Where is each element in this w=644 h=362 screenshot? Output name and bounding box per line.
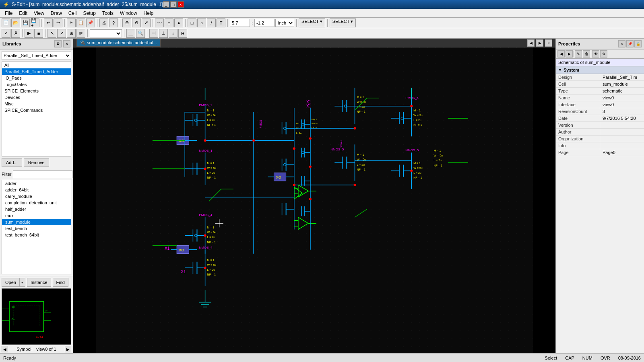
close-btn[interactable]: × [178,1,184,8]
prop-content: ▼ System Design Parallel_Self_Tim Cell s… [556,66,644,353]
lib-settings-btn[interactable]: ⚙ [54,40,62,47]
menu-edit[interactable]: Edit [16,10,31,17]
menu-setup[interactable]: Setup [80,10,99,17]
nav-pin-v[interactable]: ⊥ [159,29,168,38]
nav-bus-h[interactable]: H [178,29,187,38]
zoom-out-btn[interactable]: ⊖ [132,19,141,27]
nav-pin-h[interactable]: ⊣ [149,29,158,38]
bus-btn[interactable]: ≡ [165,19,173,27]
canvas-prev-btn[interactable]: ◀ [527,39,535,47]
maximize-btn[interactable]: □ [170,1,177,8]
menu-tools[interactable]: Tools [99,10,117,17]
copy-btn[interactable]: 📋 [76,19,85,27]
nav-arrow[interactable]: ↖ [47,29,56,38]
menu-view[interactable]: View [31,10,47,17]
prop-fwd-btn[interactable]: ▶ [566,50,573,58]
nav-hier[interactable]: ⊞ [67,29,76,38]
cell-summodule[interactable]: sum_module [2,219,71,225]
zoom-fit-btn[interactable]: ⤢ [142,19,151,27]
cell-adder64[interactable]: adder_64bit [2,187,71,193]
lib-item-misc[interactable]: Misc [2,101,71,107]
system-section[interactable]: ▼ System [556,66,644,74]
prop-pin-btn[interactable]: 📌 [626,40,634,47]
redo-btn[interactable]: ↪ [54,19,62,27]
lib-remove-btn[interactable]: Remove [24,158,49,167]
undo-btn[interactable]: ↩ [44,19,53,27]
canvas-close-btn[interactable]: × [545,39,552,47]
next-view-btn[interactable]: ▶ [65,346,71,352]
lib-item-spice[interactable]: SPICE_Elements [2,88,71,94]
schematic-canvas[interactable]: PMOS_1 M = 1 W = 9u L = 2u NF = 1 NMOS_1 [73,47,555,353]
nav-x[interactable]: ✗ [11,29,20,38]
cell-adder[interactable]: adder [2,180,71,187]
open-btn[interactable]: Open [2,278,20,287]
help-btn[interactable]: ? [109,19,118,27]
nav-rect-sel[interactable]: ⬜ [126,29,135,38]
shape-line[interactable]: / [207,19,216,27]
coord-y-input[interactable] [254,19,275,27]
prop-close-btn[interactable]: × [618,40,625,47]
save-btn[interactable]: 💾 [21,19,30,27]
prop-lock-btn[interactable]: 🔒 [634,40,642,47]
nav-pin-arrow[interactable]: ↕ [169,29,178,38]
cell-mux[interactable]: mux [2,212,71,219]
nav-ip[interactable]: IP [76,29,85,38]
canvas-tab-label[interactable]: 🔌 sum_module:schematic adder/hal... [76,39,161,47]
cell-carry[interactable]: carry_module [2,193,71,200]
cell-testbench[interactable]: test_bench [2,225,71,232]
coord-x-input[interactable] [230,19,250,27]
paste-btn[interactable]: 📌 [86,19,95,27]
cell-halfadder[interactable]: half_adder [2,206,71,212]
open-dropdown-btn[interactable]: ▾ [20,278,25,287]
nav-step[interactable]: ↗ [57,29,66,38]
svg-point-159 [354,184,356,186]
menu-cell[interactable]: Cell [65,10,80,17]
lib-close-btn[interactable]: × [63,40,70,47]
prop-edit-btn[interactable]: ✎ [575,50,582,58]
prop-views-btn[interactable]: 👁 [592,50,599,58]
shape-text[interactable]: T [217,19,225,27]
lib-dropdown[interactable]: Parallel_Self_Timed_Adder [2,51,71,60]
prop-back-btn[interactable]: ◀ [557,50,565,58]
lib-item-parallel[interactable]: Parallel_Self_Timed_Adder [2,68,71,75]
prop-version-value [600,122,644,129]
lib-item-all[interactable]: All [2,62,71,68]
cell-completion[interactable]: completion_detection_unit [2,200,71,206]
shape-circle[interactable]: ○ [197,19,206,27]
menu-window[interactable]: Window [117,10,140,17]
prop-settings-btn[interactable]: ⚙ [600,50,607,58]
filter-input[interactable] [13,170,72,178]
prev-view-btn[interactable]: ◀ [2,346,8,352]
nav-stop[interactable]: ■ [34,29,43,38]
wire-btn[interactable]: 〰 [155,19,164,27]
cut-btn[interactable]: ✂ [67,19,76,27]
lib-add-btn[interactable]: Add... [2,158,22,167]
lib-item-iopads[interactable]: IO_Pads [2,75,71,81]
menu-file[interactable]: File [2,10,16,17]
select-btn-2[interactable]: SELECT ▾ [330,19,356,27]
nav-run[interactable]: ▶ [25,29,33,38]
print-btn[interactable]: 🖨 [99,19,108,27]
instance-btn[interactable]: Instance [27,278,51,287]
zoom-in-btn[interactable]: ⊕ [122,19,131,27]
prop-delete-btn[interactable]: 🗑 [583,50,590,58]
minimize-btn[interactable]: _ [163,1,169,8]
lib-item-logicgates[interactable]: LogicGates [2,81,71,88]
nav-check[interactable]: ✓ [2,29,10,38]
cell-testbench64[interactable]: test_bench_64bit [2,232,71,238]
find-btn[interactable]: Find [53,278,68,287]
view-select[interactable] [90,29,122,37]
menu-draw[interactable]: Draw [47,10,65,17]
junction-btn[interactable]: ● [174,19,183,27]
save-all-btn[interactable]: 💾+ [31,19,39,27]
canvas-next-btn[interactable]: ▶ [536,39,543,47]
select-btn-1[interactable]: SELECT ▾ [299,19,325,27]
lib-item-spicecmd[interactable]: SPICE_Commands [2,107,71,113]
unit-select[interactable]: inch um mm [275,19,294,27]
nav-zoom-rect[interactable]: 🔍 [136,29,145,38]
shape-rect[interactable]: □ [188,19,196,27]
new-btn[interactable]: 📄 [2,19,10,27]
menu-help[interactable]: Help [140,10,157,17]
open-btn[interactable]: 📂 [11,19,20,27]
lib-item-devices[interactable]: Devices [2,94,71,101]
